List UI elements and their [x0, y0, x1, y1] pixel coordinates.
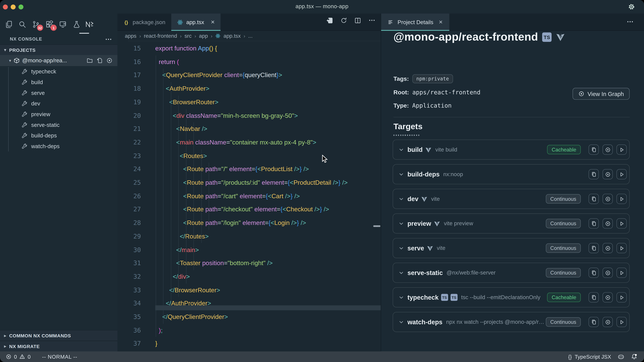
copy-button[interactable] [588, 194, 599, 204]
horizontal-scrollbar[interactable] [155, 305, 381, 310]
line-number: 16 [118, 55, 141, 69]
errors-icon[interactable] [6, 354, 12, 360]
play-button[interactable] [616, 292, 627, 303]
chevron-down-icon[interactable] [399, 172, 404, 177]
breadcrumb-item-apptsx[interactable]: app.tsx [224, 33, 241, 39]
view-in-graph-button[interactable]: View In Graph [572, 88, 630, 100]
more-actions-icon[interactable]: ⋯ [105, 35, 112, 43]
breadcrumb-item-[interactable]: ... [248, 33, 252, 39]
warnings-icon[interactable] [20, 354, 25, 360]
copy-button[interactable] [588, 218, 599, 229]
copy-button[interactable] [588, 317, 599, 327]
more-icon[interactable] [368, 17, 376, 24]
more-actions-icon[interactable]: ⋯ [627, 17, 634, 25]
error-count[interactable]: 0 [14, 354, 17, 360]
tags-row: Tags: npm:private [394, 74, 453, 83]
copy-button[interactable] [588, 144, 599, 155]
tab-app-tsx[interactable]: app.tsx✕ [171, 13, 220, 31]
play-button[interactable] [616, 169, 627, 179]
play-button[interactable] [616, 218, 627, 229]
target-card-build[interactable]: buildvite buildCacheable [392, 140, 630, 160]
circle-dot-button[interactable] [602, 243, 613, 253]
tree-item-typecheck[interactable]: typecheck [0, 66, 118, 77]
breadcrumb-item-src[interactable]: src [184, 33, 192, 39]
settings-gear-icon[interactable] [628, 3, 635, 10]
folder-icon[interactable] [87, 57, 93, 64]
circle-dot-button[interactable] [602, 268, 613, 278]
target-card-serve-static[interactable]: serve-static@nx/web:file-serverContinuou… [392, 263, 630, 283]
close-icon[interactable]: ✕ [439, 19, 443, 25]
code-editor[interactable]: 15export function App() {16 return (17 <… [118, 41, 381, 351]
language-mode[interactable]: {} TypeScript JSX [568, 354, 611, 360]
list-icon [388, 19, 394, 25]
warning-count[interactable]: 0 [28, 354, 31, 360]
root-label: Root: [394, 89, 409, 95]
copy-button[interactable] [588, 243, 599, 253]
notifications-bell-icon[interactable] [631, 354, 638, 360]
open-file-icon[interactable] [96, 57, 103, 64]
tree-item-serve-static[interactable]: serve-static [0, 119, 118, 130]
circle-dot-button[interactable] [602, 317, 613, 327]
circle-dot-button[interactable] [602, 292, 613, 303]
target-card-watch-deps[interactable]: watch-depsnpx nx watch --projects @mono-… [392, 312, 630, 332]
play-button[interactable] [616, 268, 627, 278]
target-card-typecheck[interactable]: typecheckTSTStsc --build --emitDeclarati… [392, 287, 630, 307]
copy-button[interactable] [588, 169, 599, 179]
play-button[interactable] [616, 194, 627, 204]
code-line-16: 16 return ( [118, 55, 381, 69]
activity-search-icon[interactable] [18, 20, 27, 29]
breadcrumb[interactable]: apps›react-frontend›src›app›app.tsx›... [118, 31, 381, 41]
open-project-details-icon[interactable] [326, 17, 333, 24]
target-card-build-deps[interactable]: build-depsnx:noop [392, 164, 630, 184]
indent-guide [194, 122, 194, 270]
type-row: Type: Application [394, 102, 452, 109]
breadcrumb-item-apps[interactable]: apps [125, 33, 136, 39]
copilot-icon[interactable] [618, 354, 624, 360]
activity-extensions-icon[interactable]: 1 [45, 20, 54, 29]
tree-item-watch-deps[interactable]: watch-deps [0, 141, 118, 151]
projects-section-header[interactable]: ▾ PROJECTS [0, 44, 118, 55]
activity-files-icon[interactable] [4, 20, 13, 29]
line-number: 28 [118, 216, 141, 230]
chevron-down-icon[interactable] [399, 147, 404, 152]
refresh-icon[interactable] [340, 17, 347, 24]
chevron-down-icon[interactable] [399, 221, 404, 226]
breadcrumb-item-reactfrontend[interactable]: react-frontend [144, 33, 177, 39]
tree-item-build-deps[interactable]: build-deps [0, 130, 118, 141]
tree-item-serve[interactable]: serve [0, 87, 118, 98]
target-card-preview[interactable]: previewvite previewContinuous [392, 213, 630, 233]
activity-source-control-icon[interactable]: 32 [31, 20, 40, 29]
chevron-down-icon[interactable] [399, 295, 404, 300]
circle-dot-button[interactable] [602, 218, 613, 229]
chevron-down-icon[interactable] [399, 246, 404, 251]
breadcrumb-item-app[interactable]: app [199, 33, 208, 39]
tree-item-build[interactable]: build [0, 77, 118, 87]
tab-project-details[interactable]: Project Details ✕ [381, 13, 450, 31]
circle-dot-button[interactable] [602, 194, 613, 204]
chevron-down-icon[interactable] [399, 196, 404, 201]
copy-button[interactable] [588, 292, 599, 303]
circle-dot-button[interactable] [602, 144, 613, 155]
activity-nx-logo-icon[interactable] [85, 20, 94, 29]
tab-package-json[interactable]: {}package.json [118, 13, 171, 31]
target-card-dev[interactable]: devviteContinuous [392, 189, 630, 209]
target-card-serve[interactable]: serveviteContinuous [392, 238, 630, 258]
line-number: 17 [118, 69, 141, 82]
bullseye-icon[interactable] [106, 57, 112, 64]
close-icon[interactable]: ✕ [211, 19, 215, 25]
circle-dot-button[interactable] [602, 169, 613, 179]
tree-item-preview[interactable]: preview [0, 109, 118, 119]
project-tree-item[interactable]: ▾ @mono-app/rea... [0, 55, 118, 66]
tree-item-dev[interactable]: dev [0, 98, 118, 109]
split-editor-icon[interactable] [354, 17, 361, 24]
chevron-down-icon[interactable] [399, 320, 404, 325]
common-commands-section-header[interactable]: ▸ COMMON NX COMMANDS [0, 330, 118, 341]
copy-button[interactable] [588, 268, 599, 278]
chevron-down-icon[interactable] [399, 270, 404, 275]
nx-migrate-section-header[interactable]: ▸ NX MIGRATE [0, 341, 118, 352]
play-button[interactable] [616, 243, 627, 253]
activity-remote-explorer-icon[interactable] [58, 20, 68, 29]
activity-beaker-icon[interactable] [72, 20, 81, 29]
play-button[interactable] [616, 317, 627, 327]
play-button[interactable] [616, 144, 627, 155]
